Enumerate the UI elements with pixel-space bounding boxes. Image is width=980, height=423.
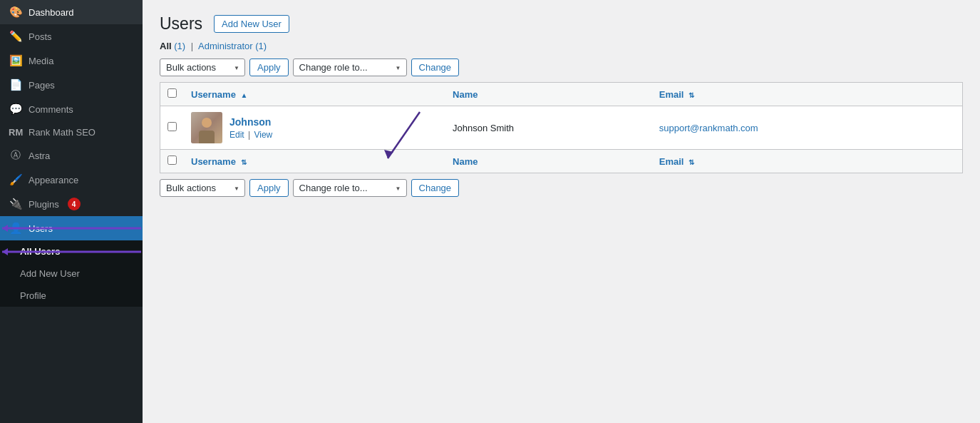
filter-admin-link[interactable]: Administrator (1)	[198, 41, 267, 51]
email-cell: support@rankmath.com	[652, 106, 963, 150]
filter-admin-count: (1)	[255, 41, 267, 51]
row-checkbox-cell	[160, 106, 185, 150]
sidebar-item-posts[interactable]: ✏️ Posts	[0, 24, 143, 49]
appearance-icon: 🖌️	[9, 173, 23, 186]
avatar-body	[199, 131, 215, 143]
change-role-select-top[interactable]: Change role to... Administrator Editor A…	[293, 58, 407, 76]
rankmath-icon: RM	[9, 127, 23, 138]
change-role-select-bottom[interactable]: Change role to... Administrator Editor A…	[293, 179, 407, 197]
user-actions: Edit | View	[229, 130, 272, 140]
users-table: Username ▲ Name Email ⇅	[160, 82, 963, 173]
plugins-icon: 🔌	[9, 198, 23, 210]
select-all-checkbox[interactable]	[167, 88, 177, 98]
name-cell-value: Johnson Smith	[445, 106, 652, 150]
sidebar-item-label: Posts	[29, 31, 52, 42]
pages-icon: 📄	[9, 78, 23, 91]
table-footer-row: Username ⇅ Name Email ⇅	[160, 150, 963, 173]
sidebar-item-comments[interactable]: 💬 Comments	[0, 97, 143, 121]
media-icon: 🖼️	[9, 54, 23, 67]
sidebar-item-label: Plugins	[29, 199, 59, 210]
name-footer-label: Name	[453, 156, 478, 167]
users-submenu: All Users Add New User Profile	[0, 240, 143, 307]
change-button-bottom[interactable]: Change	[411, 179, 460, 197]
svg-marker-3	[2, 248, 8, 255]
username-footer: Username ⇅	[184, 150, 445, 173]
username-link[interactable]: Johnson	[229, 116, 271, 128]
add-new-user-button[interactable]: Add New User	[214, 15, 289, 33]
svg-marker-1	[2, 225, 8, 232]
sidebar-item-profile[interactable]: Profile	[0, 285, 143, 307]
sidebar-item-label: Media	[29, 56, 53, 66]
username-cell: Johnson Edit | View	[184, 106, 445, 150]
bulk-actions-wrapper-bottom: Bulk actions Delete	[160, 179, 245, 197]
add-new-user-label: Add New User	[20, 268, 80, 279]
sidebar: 🎨 Dashboard ✏️ Posts 🖼️ Media 📄 Pages 💬 …	[0, 0, 143, 423]
email-sort-indicator: ⇅	[688, 91, 694, 99]
select-all-header	[160, 83, 185, 106]
filter-admin-label: Administrator	[198, 41, 253, 51]
email-footer: Email ⇅	[652, 150, 963, 173]
comments-icon: 💬	[9, 103, 23, 116]
filter-all-count: (1)	[174, 41, 185, 51]
email-sort-link[interactable]: Email ⇅	[659, 89, 694, 100]
sidebar-item-label: Appearance	[29, 175, 78, 185]
posts-icon: ✏️	[9, 30, 23, 43]
avatar-image	[191, 112, 222, 143]
email-footer-sort-indicator: ⇅	[688, 158, 694, 166]
email-footer-sort-link[interactable]: Email ⇅	[659, 156, 694, 167]
sidebar-item-all-users[interactable]: All Users	[0, 240, 143, 263]
apply-button-bottom[interactable]: Apply	[249, 179, 289, 197]
email-header: Email ⇅	[652, 83, 963, 106]
sidebar-item-label: Users	[29, 223, 53, 234]
sidebar-item-pages[interactable]: 📄 Pages	[0, 73, 143, 97]
apply-button-top[interactable]: Apply	[249, 58, 289, 76]
sidebar-item-dashboard[interactable]: 🎨 Dashboard	[0, 0, 143, 24]
filter-all-label: All	[160, 41, 172, 51]
avatar-head	[202, 118, 212, 128]
page-title: Users	[160, 14, 202, 34]
email-link[interactable]: support@rankmath.com	[659, 123, 758, 133]
bulk-actions-wrapper-top: Bulk actions Delete	[160, 58, 245, 76]
bulk-actions-select-top[interactable]: Bulk actions Delete	[160, 58, 245, 76]
select-all-footer-checkbox[interactable]	[167, 156, 177, 165]
filter-all-link[interactable]: All (1)	[160, 41, 188, 51]
name-cell: Johnson Edit | View	[191, 112, 438, 143]
user-full-name: Johnson Smith	[453, 123, 514, 133]
sidebar-item-users[interactable]: 👤 Users	[0, 216, 143, 240]
table-row: Johnson Edit | View Johnson Smith	[160, 106, 963, 150]
name-header: Name	[445, 83, 652, 106]
sidebar-item-label: Pages	[29, 80, 55, 91]
avatar	[191, 112, 222, 143]
users-icon: 👤	[9, 222, 23, 235]
table-header-row: Username ▲ Name Email ⇅	[160, 83, 963, 106]
select-all-footer	[160, 150, 185, 173]
user-info: Johnson Edit | View	[229, 116, 272, 140]
username-sort-link[interactable]: Username ▲	[191, 89, 247, 100]
sidebar-item-plugins[interactable]: 🔌 Plugins 4	[0, 192, 143, 216]
sidebar-item-label: Astra	[29, 151, 50, 161]
sidebar-item-astra[interactable]: Ⓐ Astra	[0, 143, 143, 168]
sidebar-item-appearance[interactable]: 🖌️ Appearance	[0, 168, 143, 192]
row-checkbox[interactable]	[167, 122, 177, 131]
table-container: Username ▲ Name Email ⇅	[160, 82, 963, 173]
sidebar-item-media[interactable]: 🖼️ Media	[0, 49, 143, 73]
email-col-label: Email	[659, 89, 684, 100]
filter-links: All (1) | Administrator (1)	[160, 41, 963, 51]
change-button-top[interactable]: Change	[411, 58, 460, 76]
username-footer-sort-indicator: ⇅	[241, 158, 247, 166]
page-header: Users Add New User	[160, 14, 963, 34]
sidebar-item-label: Comments	[29, 104, 73, 115]
view-link[interactable]: View	[254, 130, 272, 140]
edit-link[interactable]: Edit	[229, 130, 244, 140]
top-toolbar: Bulk actions Delete Apply Change role to…	[160, 58, 963, 76]
sidebar-item-rankmath[interactable]: RM Rank Math SEO	[0, 121, 143, 143]
bulk-actions-select-bottom[interactable]: Bulk actions Delete	[160, 179, 245, 197]
username-footer-sort-link[interactable]: Username ⇅	[191, 156, 247, 167]
profile-label: Profile	[20, 290, 46, 301]
change-role-wrapper-bottom: Change role to... Administrator Editor A…	[293, 179, 407, 197]
email-footer-label: Email	[659, 156, 684, 167]
username-footer-label: Username	[191, 156, 236, 167]
all-users-label: All Users	[20, 246, 60, 257]
sidebar-item-add-new-user[interactable]: Add New User	[0, 263, 143, 285]
bottom-toolbar: Bulk actions Delete Apply Change role to…	[160, 179, 963, 197]
